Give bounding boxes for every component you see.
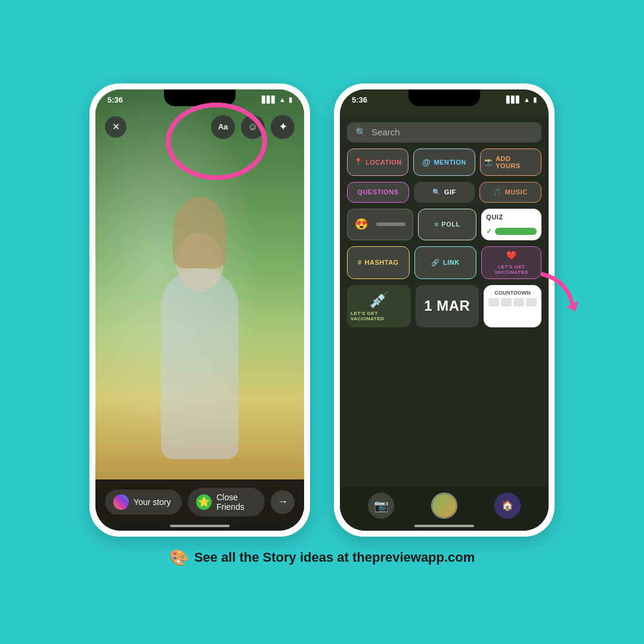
bottom-nav-right: 📷 🏠 xyxy=(340,487,549,531)
sticker-hashtag[interactable]: # HASHTAG xyxy=(347,246,410,279)
hashtag-icon: # xyxy=(358,259,362,266)
stay-home-nav-icon[interactable]: 🏠 xyxy=(494,493,521,519)
status-time-left: 5:36 xyxy=(107,95,123,104)
home-indicator-right xyxy=(414,525,474,527)
quiz-progress-bar xyxy=(495,228,537,235)
notch xyxy=(164,89,236,106)
your-story-option[interactable]: Your story xyxy=(105,490,182,515)
search-icon: 🔍 xyxy=(355,127,367,138)
questions-label: QUESTIONS xyxy=(357,188,398,196)
sticker-tool-button[interactable]: ☺ xyxy=(241,115,265,139)
sticker-quiz[interactable]: QUIZ ✓ xyxy=(481,209,541,240)
right-phone: 5:36 ▋▋▋ ▲ ▮ 🔍 Search 📍 xyxy=(334,83,555,537)
sticker-row-5: 💉 let's get vaccinated 1 MAR COUNTDOWN xyxy=(347,285,541,327)
sticker-vaccine-img[interactable]: 💉 let's get vaccinated xyxy=(347,285,411,327)
music-icon: 🎵 xyxy=(493,188,502,196)
quiz-title: QUIZ xyxy=(486,213,503,221)
quiz-check-icon: ✓ xyxy=(486,227,493,236)
location-icon: 📍 xyxy=(354,158,363,166)
sticker-emoji-slider[interactable]: 😍 xyxy=(347,209,413,240)
effects-tool-button[interactable]: ✦ xyxy=(271,115,295,139)
addyours-label: ADD YOURS xyxy=(496,155,537,169)
sticker-row-3: 😍 ≡ POLL QUIZ ✓ xyxy=(347,209,541,240)
sticker-countdown[interactable]: COUNTDOWN xyxy=(484,285,541,327)
sticker-row-4: # HASHTAG 🔗 LINK ❤️ LET'S GET VACCINATED xyxy=(347,246,541,279)
poll-label: POLL xyxy=(441,221,460,228)
camera-nav-icon[interactable]: 📷 xyxy=(368,493,394,519)
left-toolbar: ✕ Aa ☺ ✦ xyxy=(95,110,304,144)
countdown-blocks xyxy=(488,298,537,306)
link-icon: 🔗 xyxy=(431,259,440,267)
phones-container: 5:36 ▋▋▋ ▲ ▮ ✕ Aa ☺ xyxy=(89,83,555,537)
sticker-row-2: QUESTIONS 🔍 GIF 🎵 MUSIC xyxy=(347,182,541,203)
sticker-vaccinated[interactable]: ❤️ LET'S GET VACCINATED xyxy=(481,246,541,279)
vaccine-text: let's get vaccinated xyxy=(351,311,407,321)
countdown-block-4 xyxy=(526,298,537,306)
battery-icon-right: ▮ xyxy=(533,96,537,104)
sticker-panel: 🔍 Search 📍 LOCATION @ MENTION 📸 xyxy=(340,116,549,531)
close-button[interactable]: ✕ xyxy=(105,116,126,138)
photo-background xyxy=(95,89,304,531)
wifi-icon: ▲ xyxy=(279,96,286,103)
gallery-nav-icon[interactable] xyxy=(431,493,457,519)
signal-icon-right: ▋▋▋ xyxy=(506,96,521,104)
sticker-poll[interactable]: ≡ POLL xyxy=(418,209,477,240)
search-placeholder: Search xyxy=(371,127,400,137)
close-friends-option[interactable]: ⭐ Close Friends xyxy=(188,488,265,516)
sticker-location[interactable]: 📍 LOCATION xyxy=(347,148,408,176)
sticker-link[interactable]: 🔗 LINK xyxy=(414,246,477,279)
sticker-music[interactable]: 🎵 MUSIC xyxy=(479,182,541,203)
vaccine-emoji: 💉 xyxy=(369,291,389,309)
your-story-label: Your story xyxy=(134,497,171,507)
sticker-date[interactable]: 1 MAR xyxy=(416,285,479,327)
wifi-icon-right: ▲ xyxy=(524,96,530,103)
signal-icon: ▋▋▋ xyxy=(262,96,276,104)
bottom-text-area: 🎨 See all the Story ideas at thepreviewa… xyxy=(169,549,475,567)
toolbar-icons: Aa ☺ ✦ xyxy=(211,115,295,139)
left-phone: 5:36 ▋▋▋ ▲ ▮ ✕ Aa ☺ xyxy=(89,83,310,537)
battery-icon: ▮ xyxy=(289,96,292,104)
sticker-gif[interactable]: 🔍 GIF xyxy=(414,182,475,203)
sticker-questions[interactable]: QUESTIONS xyxy=(347,182,409,203)
countdown-label: COUNTDOWN xyxy=(494,290,531,296)
countdown-block-1 xyxy=(488,298,499,306)
close-friends-icon: ⭐ xyxy=(196,494,212,510)
gif-search-icon: 🔍 xyxy=(432,188,441,196)
status-icons-left: ▋▋▋ ▲ ▮ xyxy=(262,96,292,104)
gif-label: GIF xyxy=(444,188,456,196)
countdown-block-2 xyxy=(501,298,512,306)
notch-right xyxy=(408,89,480,106)
slider-track xyxy=(376,222,405,226)
text-tool-button[interactable]: Aa xyxy=(211,115,235,139)
music-label: MUSIC xyxy=(505,188,528,196)
svg-marker-0 xyxy=(566,301,578,311)
location-label: LOCATION xyxy=(366,159,402,166)
link-label: LINK xyxy=(443,259,460,266)
poll-icon: ≡ xyxy=(434,221,438,228)
rainbow-grid-icon: 🎨 xyxy=(169,549,188,567)
sticker-search-bar[interactable]: 🔍 Search xyxy=(347,122,541,143)
mention-icon: @ xyxy=(422,157,431,167)
quiz-bar-row: ✓ xyxy=(486,227,537,236)
share-go-button[interactable]: → xyxy=(271,490,295,514)
right-phone-screen: 5:36 ▋▋▋ ▲ ▮ 🔍 Search 📍 xyxy=(340,89,549,531)
home-indicator xyxy=(170,525,230,527)
date-label: 1 MAR xyxy=(424,298,470,314)
status-icons-right: ▋▋▋ ▲ ▮ xyxy=(506,96,537,104)
vaccinated-label: LET'S GET VACCINATED xyxy=(484,264,538,275)
addyours-icon: 📸 xyxy=(484,158,493,166)
status-time-right: 5:36 xyxy=(352,95,367,104)
emoji-slider-icon: 😍 xyxy=(355,218,369,231)
sticker-row-1: 📍 LOCATION @ MENTION 📸 ADD YOURS xyxy=(347,148,541,176)
share-bar: Your story ⭐ Close Friends → xyxy=(95,479,304,531)
sticker-add-yours[interactable]: 📸 ADD YOURS xyxy=(480,148,541,176)
left-phone-screen: 5:36 ▋▋▋ ▲ ▮ ✕ Aa ☺ xyxy=(95,89,304,531)
countdown-block-3 xyxy=(513,298,524,306)
bottom-text-label: See all the Story ideas at thepreviewapp… xyxy=(194,550,475,565)
mention-label: MENTION xyxy=(434,159,466,166)
your-story-icon xyxy=(113,494,129,510)
sticker-mention[interactable]: @ MENTION xyxy=(413,148,475,176)
hashtag-label: HASHTAG xyxy=(365,259,399,266)
vaccinated-heart-icon: ❤️ xyxy=(506,250,517,260)
close-friends-label: Close Friends xyxy=(216,493,256,512)
